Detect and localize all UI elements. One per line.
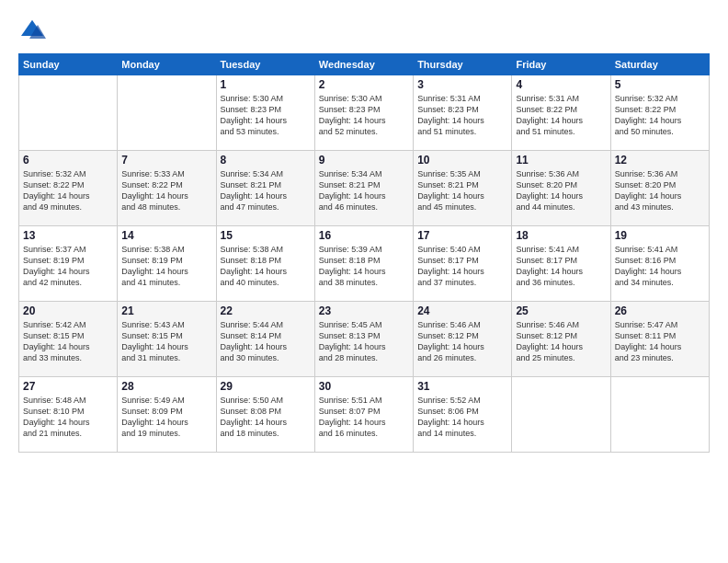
day-number: 24 bbox=[417, 304, 507, 317]
day-info: Sunrise: 5:40 AM Sunset: 8:17 PM Dayligh… bbox=[417, 244, 507, 289]
calendar-cell bbox=[19, 75, 118, 151]
day-number: 5 bbox=[615, 78, 705, 91]
day-number: 18 bbox=[516, 229, 606, 242]
week-row-2: 6Sunrise: 5:32 AM Sunset: 8:22 PM Daylig… bbox=[19, 151, 710, 226]
calendar-cell: 17Sunrise: 5:40 AM Sunset: 8:17 PM Dayli… bbox=[414, 226, 512, 302]
calendar-cell: 10Sunrise: 5:35 AM Sunset: 8:21 PM Dayli… bbox=[414, 151, 512, 226]
day-info: Sunrise: 5:32 AM Sunset: 8:22 PM Dayligh… bbox=[23, 168, 113, 213]
calendar-cell: 15Sunrise: 5:38 AM Sunset: 8:18 PM Dayli… bbox=[216, 226, 314, 302]
day-number: 14 bbox=[121, 229, 211, 242]
calendar-cell bbox=[118, 75, 216, 151]
day-number: 25 bbox=[516, 304, 606, 317]
calendar-cell: 29Sunrise: 5:50 AM Sunset: 8:08 PM Dayli… bbox=[216, 377, 314, 453]
day-info: Sunrise: 5:30 AM Sunset: 8:23 PM Dayligh… bbox=[319, 93, 409, 138]
week-row-4: 20Sunrise: 5:42 AM Sunset: 8:15 PM Dayli… bbox=[19, 302, 710, 377]
calendar-cell: 26Sunrise: 5:47 AM Sunset: 8:11 PM Dayli… bbox=[610, 302, 709, 377]
day-info: Sunrise: 5:30 AM Sunset: 8:23 PM Dayligh… bbox=[221, 93, 311, 138]
calendar-cell: 18Sunrise: 5:41 AM Sunset: 8:17 PM Dayli… bbox=[512, 226, 610, 302]
weekday-header-friday: Friday bbox=[512, 54, 610, 75]
day-info: Sunrise: 5:44 AM Sunset: 8:14 PM Dayligh… bbox=[221, 319, 311, 364]
day-number: 22 bbox=[221, 304, 311, 317]
calendar-cell: 7Sunrise: 5:33 AM Sunset: 8:22 PM Daylig… bbox=[118, 151, 216, 226]
day-number: 3 bbox=[417, 78, 507, 91]
calendar-cell: 3Sunrise: 5:31 AM Sunset: 8:23 PM Daylig… bbox=[414, 75, 512, 151]
day-info: Sunrise: 5:46 AM Sunset: 8:12 PM Dayligh… bbox=[417, 319, 507, 364]
calendar-cell: 30Sunrise: 5:51 AM Sunset: 8:07 PM Dayli… bbox=[314, 377, 413, 453]
day-info: Sunrise: 5:50 AM Sunset: 8:08 PM Dayligh… bbox=[221, 395, 311, 440]
day-info: Sunrise: 5:33 AM Sunset: 8:22 PM Dayligh… bbox=[121, 168, 211, 213]
day-number: 12 bbox=[615, 154, 705, 167]
day-info: Sunrise: 5:49 AM Sunset: 8:09 PM Dayligh… bbox=[121, 395, 211, 440]
day-number: 10 bbox=[417, 154, 507, 167]
day-info: Sunrise: 5:47 AM Sunset: 8:11 PM Dayligh… bbox=[615, 319, 705, 364]
day-number: 1 bbox=[221, 78, 311, 91]
day-number: 27 bbox=[23, 380, 113, 393]
day-number: 23 bbox=[319, 304, 409, 317]
calendar-cell: 21Sunrise: 5:43 AM Sunset: 8:15 PM Dayli… bbox=[118, 302, 216, 377]
calendar-cell bbox=[610, 377, 709, 453]
day-info: Sunrise: 5:31 AM Sunset: 8:23 PM Dayligh… bbox=[417, 93, 507, 138]
calendar-page: SundayMondayTuesdayWednesdayThursdayFrid… bbox=[0, 0, 728, 563]
day-number: 19 bbox=[615, 229, 705, 242]
day-info: Sunrise: 5:36 AM Sunset: 8:20 PM Dayligh… bbox=[615, 168, 705, 213]
day-number: 11 bbox=[516, 154, 606, 167]
calendar-cell: 9Sunrise: 5:34 AM Sunset: 8:21 PM Daylig… bbox=[314, 151, 413, 226]
day-info: Sunrise: 5:39 AM Sunset: 8:18 PM Dayligh… bbox=[319, 244, 409, 289]
calendar-cell: 11Sunrise: 5:36 AM Sunset: 8:20 PM Dayli… bbox=[512, 151, 610, 226]
day-number: 17 bbox=[417, 229, 507, 242]
day-info: Sunrise: 5:41 AM Sunset: 8:17 PM Dayligh… bbox=[516, 244, 606, 289]
calendar-cell: 4Sunrise: 5:31 AM Sunset: 8:22 PM Daylig… bbox=[512, 75, 610, 151]
day-info: Sunrise: 5:36 AM Sunset: 8:20 PM Dayligh… bbox=[516, 168, 606, 213]
day-number: 29 bbox=[221, 380, 311, 393]
day-number: 31 bbox=[417, 380, 507, 393]
weekday-header-saturday: Saturday bbox=[610, 54, 709, 75]
week-row-5: 27Sunrise: 5:48 AM Sunset: 8:10 PM Dayli… bbox=[19, 377, 710, 453]
day-info: Sunrise: 5:37 AM Sunset: 8:19 PM Dayligh… bbox=[23, 244, 113, 289]
day-info: Sunrise: 5:43 AM Sunset: 8:15 PM Dayligh… bbox=[121, 319, 211, 364]
weekday-header-monday: Monday bbox=[118, 54, 216, 75]
day-info: Sunrise: 5:38 AM Sunset: 8:19 PM Dayligh… bbox=[121, 244, 211, 289]
day-number: 28 bbox=[121, 380, 211, 393]
day-number: 6 bbox=[23, 154, 113, 167]
week-row-1: 1Sunrise: 5:30 AM Sunset: 8:23 PM Daylig… bbox=[19, 75, 710, 151]
day-info: Sunrise: 5:48 AM Sunset: 8:10 PM Dayligh… bbox=[23, 395, 113, 440]
logo-icon bbox=[18, 17, 46, 44]
calendar-cell: 14Sunrise: 5:38 AM Sunset: 8:19 PM Dayli… bbox=[118, 226, 216, 302]
day-number: 8 bbox=[221, 154, 311, 167]
day-number: 21 bbox=[121, 304, 211, 317]
weekday-header-wednesday: Wednesday bbox=[314, 54, 413, 75]
weekday-header-thursday: Thursday bbox=[414, 54, 512, 75]
calendar-cell: 28Sunrise: 5:49 AM Sunset: 8:09 PM Dayli… bbox=[118, 377, 216, 453]
calendar-cell bbox=[512, 377, 610, 453]
calendar-cell: 12Sunrise: 5:36 AM Sunset: 8:20 PM Dayli… bbox=[610, 151, 709, 226]
day-info: Sunrise: 5:42 AM Sunset: 8:15 PM Dayligh… bbox=[23, 319, 113, 364]
day-info: Sunrise: 5:34 AM Sunset: 8:21 PM Dayligh… bbox=[221, 168, 311, 213]
day-info: Sunrise: 5:46 AM Sunset: 8:12 PM Dayligh… bbox=[516, 319, 606, 364]
weekday-header-row: SundayMondayTuesdayWednesdayThursdayFrid… bbox=[19, 54, 710, 75]
day-info: Sunrise: 5:41 AM Sunset: 8:16 PM Dayligh… bbox=[615, 244, 705, 289]
day-info: Sunrise: 5:38 AM Sunset: 8:18 PM Dayligh… bbox=[221, 244, 311, 289]
calendar-cell: 2Sunrise: 5:30 AM Sunset: 8:23 PM Daylig… bbox=[314, 75, 413, 151]
calendar-cell: 6Sunrise: 5:32 AM Sunset: 8:22 PM Daylig… bbox=[19, 151, 118, 226]
day-number: 26 bbox=[615, 304, 705, 317]
day-info: Sunrise: 5:31 AM Sunset: 8:22 PM Dayligh… bbox=[516, 93, 606, 138]
calendar-cell: 20Sunrise: 5:42 AM Sunset: 8:15 PM Dayli… bbox=[19, 302, 118, 377]
day-info: Sunrise: 5:52 AM Sunset: 8:06 PM Dayligh… bbox=[417, 395, 507, 440]
day-number: 20 bbox=[23, 304, 113, 317]
day-number: 2 bbox=[319, 78, 409, 91]
calendar-cell: 23Sunrise: 5:45 AM Sunset: 8:13 PM Dayli… bbox=[314, 302, 413, 377]
day-info: Sunrise: 5:34 AM Sunset: 8:21 PM Dayligh… bbox=[319, 168, 409, 213]
calendar-table: SundayMondayTuesdayWednesdayThursdayFrid… bbox=[18, 53, 710, 453]
calendar-cell: 8Sunrise: 5:34 AM Sunset: 8:21 PM Daylig… bbox=[216, 151, 314, 226]
day-number: 15 bbox=[221, 229, 311, 242]
day-number: 7 bbox=[121, 154, 211, 167]
calendar-cell: 5Sunrise: 5:32 AM Sunset: 8:22 PM Daylig… bbox=[610, 75, 709, 151]
day-number: 30 bbox=[319, 380, 409, 393]
calendar-cell: 19Sunrise: 5:41 AM Sunset: 8:16 PM Dayli… bbox=[610, 226, 709, 302]
day-number: 13 bbox=[23, 229, 113, 242]
calendar-cell: 16Sunrise: 5:39 AM Sunset: 8:18 PM Dayli… bbox=[314, 226, 413, 302]
day-number: 16 bbox=[319, 229, 409, 242]
day-info: Sunrise: 5:45 AM Sunset: 8:13 PM Dayligh… bbox=[319, 319, 409, 364]
calendar-cell: 31Sunrise: 5:52 AM Sunset: 8:06 PM Dayli… bbox=[414, 377, 512, 453]
calendar-cell: 25Sunrise: 5:46 AM Sunset: 8:12 PM Dayli… bbox=[512, 302, 610, 377]
